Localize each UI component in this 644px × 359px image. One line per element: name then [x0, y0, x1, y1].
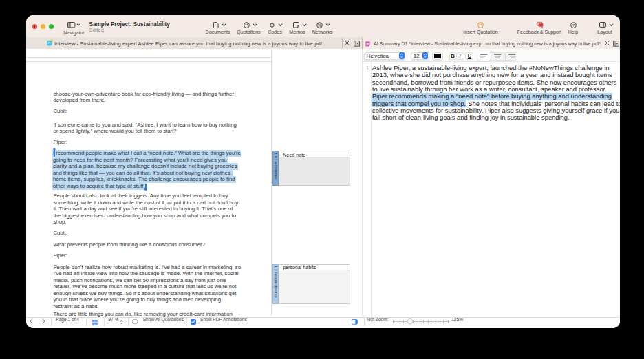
svg-text:?: ?: [572, 23, 575, 27]
